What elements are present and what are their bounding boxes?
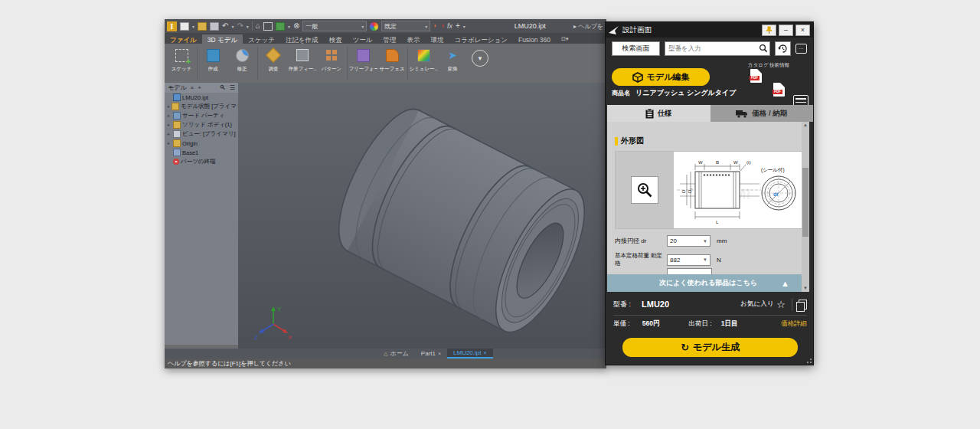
- rated-load-select[interactable]: 882▼: [667, 254, 710, 266]
- tab-lmu20[interactable]: LMU20.ipt×: [447, 349, 493, 359]
- no-material-icon[interactable]: ⊗: [293, 22, 299, 30]
- search-screen-button[interactable]: 検索画面: [612, 41, 660, 56]
- band-arrow-icon[interactable]: ▲: [781, 279, 789, 288]
- search-icon[interactable]: 🔍︎: [220, 84, 226, 91]
- pin-button[interactable]: [762, 25, 776, 36]
- tab-part1[interactable]: Part1×: [415, 349, 447, 359]
- ribbon-button-work-features[interactable]: 作業フィー...: [288, 44, 317, 83]
- price-detail-link[interactable]: 価格詳細: [781, 319, 807, 329]
- next-parts-band[interactable]: 次によく使われる部品はこちら ▲: [607, 274, 809, 292]
- generate-model-button[interactable]: ↻ モデル生成: [622, 338, 798, 357]
- copy-icon[interactable]: [799, 300, 807, 309]
- ribbon-tab-collaborate[interactable]: コラボレーション: [449, 34, 513, 44]
- third-party-icon: [173, 112, 181, 120]
- tree-item-base1[interactable]: Base1: [165, 148, 238, 157]
- ribbon-button-simulation[interactable]: シミュレー...: [409, 44, 438, 83]
- part-no-value: LMU20: [642, 300, 669, 309]
- ribbon-tab-manage[interactable]: 管理: [378, 34, 402, 44]
- close-button[interactable]: ×: [795, 25, 810, 36]
- add-browser-icon[interactable]: +: [198, 84, 201, 91]
- ribbon-tab-file[interactable]: ファイル: [165, 34, 202, 44]
- tech-info-pdf-icon[interactable]: PDF: [773, 83, 785, 97]
- appearance-select[interactable]: 既定▾: [381, 21, 430, 31]
- close-icon[interactable]: ×: [484, 350, 487, 355]
- bore-diameter-select[interactable]: 20▼: [667, 235, 710, 247]
- favorite-star-icon[interactable]: ☆: [776, 299, 786, 310]
- new-file-icon[interactable]: [180, 22, 189, 31]
- catalog-pdf-icon[interactable]: PDF: [750, 69, 762, 83]
- separator: [197, 47, 198, 80]
- close-icon[interactable]: ×: [438, 351, 441, 356]
- model-browser: モデル × + 🔍︎ ☰ LMU20.ipt +モデル状態 [プライマリ] +サ…: [165, 83, 238, 345]
- adjust-icon[interactable]: ◐: [433, 22, 437, 30]
- divider: [792, 298, 792, 310]
- ribbon-tab-fusion360[interactable]: Fusion 360: [513, 34, 556, 44]
- save-icon[interactable]: [210, 22, 219, 31]
- clear-appearance-icon[interactable]: ◑: [440, 22, 444, 30]
- tree-item-end-of-part[interactable]: ×パーツの終端: [165, 157, 238, 166]
- parameters-fx-icon[interactable]: fx: [447, 22, 452, 30]
- resize-grip[interactable]: [805, 357, 812, 363]
- ribbon-button-surface[interactable]: サーフェス: [377, 44, 407, 83]
- ribbon-collapse-button[interactable]: ▼: [472, 50, 488, 67]
- ribbon-display-icon[interactable]: ⊡▾: [556, 34, 573, 44]
- ribbon-button-create[interactable]: 作成: [198, 44, 227, 83]
- measure-plus-icon[interactable]: +: [456, 22, 460, 30]
- home-icon[interactable]: ⌂: [256, 22, 260, 30]
- dropdown-icon[interactable]: ▾: [288, 24, 290, 29]
- technical-drawing: MISUMI W B W (t): [674, 152, 800, 227]
- ribbon-tab-inspect[interactable]: 検査: [324, 34, 348, 44]
- ribbon-tab-tools[interactable]: ツール: [348, 34, 378, 44]
- scrollbar-thumb[interactable]: [802, 168, 808, 237]
- viewport-3d[interactable]: Y X Z: [238, 83, 606, 349]
- comment-bubble-icon[interactable]: …: [795, 44, 807, 54]
- tree-item-third-party[interactable]: +サード パーティ: [165, 111, 238, 120]
- scroll-up-icon[interactable]: ▲: [802, 122, 809, 129]
- inventor-logo-icon[interactable]: I: [167, 21, 177, 31]
- ribbon-button-pattern[interactable]: パターン: [317, 44, 346, 83]
- scroll-down-icon[interactable]: ▼: [802, 285, 809, 292]
- history-button[interactable]: [775, 41, 791, 56]
- ribbon-tab-sketch[interactable]: スケッチ: [243, 34, 280, 44]
- tab-home[interactable]: ⌂ホーム: [377, 349, 415, 359]
- help-search[interactable]: ▸ ヘルプを: [573, 22, 603, 31]
- tree-item-view[interactable]: +ビュー: [プライマリ]: [165, 129, 238, 139]
- ribbon-tab-environments[interactable]: 環境: [426, 34, 449, 44]
- tree-item-origin[interactable]: +Origin: [165, 139, 238, 148]
- tree-item-solid-bodies[interactable]: +ソリッド ボディ(1): [165, 120, 238, 129]
- tab-specification[interactable]: 仕様: [607, 105, 710, 122]
- material-select[interactable]: 一般▾: [302, 21, 367, 31]
- spec-content: 外形図 MISUMI: [607, 122, 809, 292]
- qat-customize-icon[interactable]: ▾: [463, 24, 466, 29]
- open-file-icon[interactable]: [198, 22, 207, 31]
- dim-t: (t): [746, 160, 751, 165]
- tab-price-delivery[interactable]: 価格 / 納期: [710, 105, 814, 122]
- ribbon-button-modify[interactable]: 修正: [227, 44, 256, 83]
- tree-item-root[interactable]: LMU20.ipt: [165, 93, 238, 102]
- material-icon[interactable]: [276, 22, 285, 31]
- search-icon[interactable]: [759, 44, 768, 53]
- dropdown-icon[interactable]: ▾: [247, 24, 249, 29]
- color-wheel-icon[interactable]: [370, 22, 378, 31]
- tree-item-model-states[interactable]: +モデル状態 [プライマリ]: [165, 102, 238, 111]
- minimize-button[interactable]: –: [779, 25, 793, 36]
- ribbon-button-sketch[interactable]: スケッチ: [167, 44, 196, 83]
- undo-icon[interactable]: ↶: [222, 22, 228, 30]
- dropdown-icon[interactable]: ▾: [192, 24, 194, 29]
- ribbon-tab-view[interactable]: 表示: [402, 34, 426, 44]
- dropdown-icon[interactable]: ▾: [231, 24, 234, 29]
- drawing-zoom-button[interactable]: [631, 176, 658, 204]
- hamburger-icon[interactable]: ☰: [230, 84, 235, 91]
- close-icon[interactable]: ×: [191, 84, 194, 91]
- view-icon[interactable]: [263, 22, 273, 31]
- dim-w2: W: [733, 160, 738, 165]
- ribbon-button-convert[interactable]: ➤変換: [438, 44, 467, 83]
- content-scrollbar[interactable]: ▲ ▼: [802, 122, 809, 292]
- ribbon-tab-3d-model[interactable]: 3D モデル: [202, 34, 243, 44]
- ribbon-tab-annotate[interactable]: 注記を作成: [280, 34, 324, 44]
- ribbon-button-inspect[interactable]: 調査: [259, 44, 288, 83]
- search-input[interactable]: [665, 44, 758, 52]
- ribbon-button-freeform[interactable]: フリーフォー...: [348, 44, 377, 83]
- redo-icon[interactable]: ↷: [237, 22, 243, 30]
- model-edit-button[interactable]: モデル編集: [612, 68, 710, 86]
